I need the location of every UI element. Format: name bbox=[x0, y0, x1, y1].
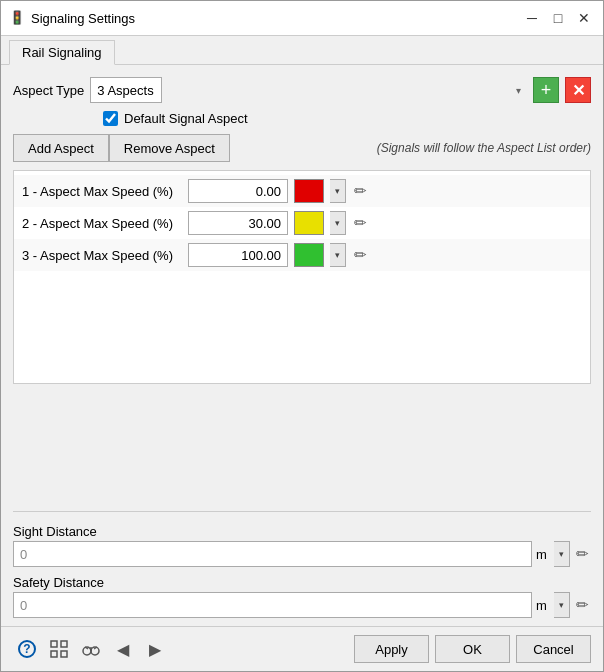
aspect-type-dropdown-wrapper: 3 Aspects 1 Aspect 2 Aspects 4 Aspects ▾ bbox=[90, 77, 527, 103]
aspect-1-label: 1 - Aspect Max Speed (%) bbox=[22, 184, 182, 199]
grid-icon bbox=[49, 639, 69, 659]
next-icon: ▶ bbox=[149, 640, 161, 659]
help-button[interactable]: ? bbox=[13, 635, 41, 663]
safety-distance-label: Safety Distance bbox=[13, 575, 591, 590]
prev-button[interactable]: ◀ bbox=[109, 635, 137, 663]
main-content: Aspect Type 3 Aspects 1 Aspect 2 Aspects… bbox=[1, 65, 603, 626]
remove-aspect-button[interactable]: Remove Aspect bbox=[109, 134, 230, 162]
aspect-3-color-swatch[interactable] bbox=[294, 243, 324, 267]
add-aspect-type-button[interactable]: + bbox=[533, 77, 559, 103]
bottom-bar: ? ◀ bbox=[1, 626, 603, 671]
safety-distance-row: m ▾ ✏ bbox=[13, 592, 591, 618]
aspect-type-label: Aspect Type bbox=[13, 83, 84, 98]
binoculars-button[interactable] bbox=[77, 635, 105, 663]
aspect-list-area: 1 - Aspect Max Speed (%) ▾ ✏ 2 - Aspect … bbox=[13, 170, 591, 384]
svg-rect-1 bbox=[61, 641, 67, 647]
default-signal-checkbox-row: Default Signal Aspect bbox=[13, 111, 591, 126]
signaling-settings-window: 🚦 Signaling Settings ─ □ ✕ Rail Signalin… bbox=[0, 0, 604, 672]
maximize-button[interactable]: □ bbox=[547, 7, 569, 29]
aspect-1-color-swatch[interactable] bbox=[294, 179, 324, 203]
table-row: 1 - Aspect Max Speed (%) ▾ ✏ bbox=[14, 175, 590, 207]
aspect-2-label: 2 - Aspect Max Speed (%) bbox=[22, 216, 182, 231]
aspect-type-select[interactable]: 3 Aspects 1 Aspect 2 Aspects 4 Aspects bbox=[90, 77, 162, 103]
apply-button[interactable]: Apply bbox=[354, 635, 429, 663]
binoculars-icon bbox=[81, 639, 101, 659]
window-icon: 🚦 bbox=[9, 10, 25, 26]
sight-distance-row: m ▾ ✏ bbox=[13, 541, 591, 567]
tab-rail-signaling[interactable]: Rail Signaling bbox=[9, 40, 115, 65]
default-signal-checkbox[interactable] bbox=[103, 111, 118, 126]
title-controls: ─ □ ✕ bbox=[521, 7, 595, 29]
safety-distance-unit: m bbox=[536, 598, 550, 613]
title-bar: 🚦 Signaling Settings ─ □ ✕ bbox=[1, 1, 603, 36]
ok-button[interactable]: OK bbox=[435, 635, 510, 663]
remove-aspect-type-button[interactable]: ✕ bbox=[565, 77, 591, 103]
add-aspect-button[interactable]: Add Aspect bbox=[13, 134, 109, 162]
bottom-bar-actions: Apply OK Cancel bbox=[173, 635, 591, 663]
divider-1 bbox=[13, 511, 591, 512]
aspect-2-color-swatch[interactable] bbox=[294, 211, 324, 235]
sight-distance-section: Sight Distance m ▾ ✏ bbox=[13, 524, 591, 567]
next-button[interactable]: ▶ bbox=[141, 635, 169, 663]
svg-rect-3 bbox=[61, 651, 67, 657]
sight-distance-unit-dropdown[interactable]: ▾ bbox=[554, 541, 570, 567]
svg-rect-0 bbox=[51, 641, 57, 647]
sight-distance-input[interactable] bbox=[13, 541, 532, 567]
safety-distance-input[interactable] bbox=[13, 592, 532, 618]
aspect-3-input[interactable] bbox=[188, 243, 288, 267]
aspect-1-edit-button[interactable]: ✏ bbox=[352, 182, 369, 200]
aspect-1-input[interactable] bbox=[188, 179, 288, 203]
minimize-button[interactable]: ─ bbox=[521, 7, 543, 29]
default-signal-label[interactable]: Default Signal Aspect bbox=[124, 111, 248, 126]
aspect-3-label: 3 - Aspect Max Speed (%) bbox=[22, 248, 182, 263]
aspect-2-edit-button[interactable]: ✏ bbox=[352, 214, 369, 232]
safety-distance-section: Safety Distance m ▾ ✏ bbox=[13, 575, 591, 618]
safety-distance-unit-dropdown[interactable]: ▾ bbox=[554, 592, 570, 618]
grid-button[interactable] bbox=[45, 635, 73, 663]
table-row: 2 - Aspect Max Speed (%) ▾ ✏ bbox=[14, 207, 590, 239]
prev-icon: ◀ bbox=[117, 640, 129, 659]
bottom-bar-icons: ? ◀ bbox=[13, 635, 169, 663]
close-button[interactable]: ✕ bbox=[573, 7, 595, 29]
aspect-2-input[interactable] bbox=[188, 211, 288, 235]
aspect-1-color-dropdown[interactable]: ▾ bbox=[330, 179, 346, 203]
aspect-type-row: Aspect Type 3 Aspects 1 Aspect 2 Aspects… bbox=[13, 77, 591, 103]
aspect-3-edit-button[interactable]: ✏ bbox=[352, 246, 369, 264]
sight-distance-label: Sight Distance bbox=[13, 524, 591, 539]
window-title: Signaling Settings bbox=[31, 11, 521, 26]
cancel-button[interactable]: Cancel bbox=[516, 635, 591, 663]
dropdown-arrow-icon: ▾ bbox=[516, 85, 521, 96]
table-row: 3 - Aspect Max Speed (%) ▾ ✏ bbox=[14, 239, 590, 271]
sight-distance-edit-button[interactable]: ✏ bbox=[574, 545, 591, 563]
aspect-3-color-dropdown[interactable]: ▾ bbox=[330, 243, 346, 267]
safety-distance-edit-button[interactable]: ✏ bbox=[574, 596, 591, 614]
tab-bar: Rail Signaling bbox=[1, 36, 603, 65]
aspect-buttons-row: Add Aspect Remove Aspect (Signals will f… bbox=[13, 134, 591, 162]
sight-distance-unit: m bbox=[536, 547, 550, 562]
aspect-2-color-dropdown[interactable]: ▾ bbox=[330, 211, 346, 235]
svg-rect-2 bbox=[51, 651, 57, 657]
question-icon: ? bbox=[18, 640, 36, 658]
aspect-order-hint: (Signals will follow the Aspect List ord… bbox=[230, 141, 591, 155]
